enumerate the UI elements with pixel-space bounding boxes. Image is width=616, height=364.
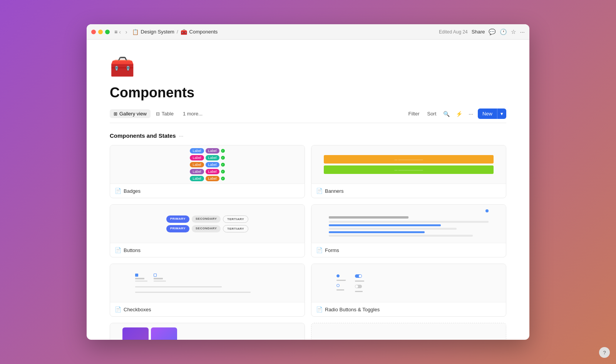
card-radio-preview <box>311 264 506 302</box>
titlebar-right: Edited Aug 24 Share 💬 🕐 ☆ ··· <box>439 28 525 35</box>
badges-visual: Label Label ✓ Label Label ✓ Label Label <box>190 148 224 181</box>
clock-icon[interactable]: 🕐 <box>500 28 507 35</box>
card-checkboxes[interactable]: 📄 Checkboxes <box>110 264 305 317</box>
back-button[interactable]: ‹ <box>117 28 122 36</box>
page-title: Components <box>110 85 506 101</box>
view-toolbar: ⊞ Gallery view ⊟ Table 1 more... Filter … <box>110 109 506 123</box>
more-options-icon[interactable]: ··· <box>520 28 525 35</box>
card-banners-footer: 📄 Banners <box>311 184 506 198</box>
titlebar: ≡ ‹ › 📋 Design System / 🧰 Components Edi… <box>87 24 529 40</box>
share-button[interactable]: Share <box>472 29 485 35</box>
file-icon: 📄 <box>115 188 121 194</box>
card-badges-title: Badges <box>124 188 141 194</box>
gallery-grid: Label Label ✓ Label Label ✓ Label Label <box>110 145 506 340</box>
radio-visual <box>333 271 484 295</box>
breadcrumb: 📋 Design System / 🧰 Components <box>132 29 218 35</box>
card-badges[interactable]: Label Label ✓ Label Label ✓ Label Label <box>110 145 305 198</box>
checkboxes-visual <box>132 270 283 296</box>
card-buttons-preview: PRIMARY SECONDARY TERTIARY PRIMARY SECON… <box>110 205 305 243</box>
nav-arrows: ‹ › <box>117 28 129 36</box>
section-title: Components and States <box>110 132 176 139</box>
table-icon: ⊟ <box>156 111 160 117</box>
file-icon: 📄 <box>115 247 121 253</box>
close-button[interactable] <box>91 30 96 34</box>
card-checkboxes-title: Checkboxes <box>124 307 151 312</box>
card-forms-footer: 📄 Forms <box>311 243 506 257</box>
mini-card-1 <box>122 327 149 340</box>
banner-green: — ———————— <box>324 165 493 174</box>
forward-button[interactable]: › <box>124 28 129 36</box>
tab-more-views[interactable]: 1 more... <box>179 109 206 118</box>
card-radio-buttons[interactable]: 📄 Radio Buttons & Toggles <box>311 264 506 317</box>
card-checkboxes-preview <box>110 264 305 302</box>
page-icon: 🧰 <box>110 55 506 78</box>
fullscreen-button[interactable] <box>105 30 110 34</box>
card-cards-preview <box>110 323 305 340</box>
card-radio-title: Radio Buttons & Toggles <box>325 307 380 312</box>
current-page-name: Components <box>189 29 218 35</box>
new-button-main[interactable]: New <box>478 109 497 119</box>
card-buttons-footer: 📄 Buttons <box>110 243 305 257</box>
file-icon: 📄 <box>115 306 121 312</box>
menu-icon[interactable]: ≡ <box>114 29 117 35</box>
search-button[interactable]: 🔍 <box>442 109 451 119</box>
new-button-group[interactable]: New ▾ <box>478 109 506 119</box>
section-header: Components and States ··· <box>110 132 506 139</box>
parent-page-link[interactable]: Design System <box>141 29 174 35</box>
comments-icon[interactable]: 💬 <box>489 28 496 35</box>
traffic-lights <box>91 30 110 34</box>
page-content: 🧰 Components ⊞ Gallery view ⊟ Table 1 mo… <box>87 40 529 340</box>
tab-table-view[interactable]: ⊟ Table <box>152 109 177 118</box>
mini-card-2 <box>151 327 177 340</box>
card-forms[interactable]: 📄 Forms <box>311 204 506 257</box>
toolbar-actions: Filter Sort 🔍 ⚡ ··· New ▾ <box>406 109 506 119</box>
gallery-icon: ⊞ <box>114 111 117 117</box>
parent-page-icon: 📋 <box>132 29 139 35</box>
new-card-placeholder: + + New <box>315 326 503 340</box>
app-window: ≡ ‹ › 📋 Design System / 🧰 Components Edi… <box>87 24 529 340</box>
edited-timestamp: Edited Aug 24 <box>439 29 468 35</box>
card-badges-footer: 📄 Badges <box>110 184 305 198</box>
card-radio-footer: 📄 Radio Buttons & Toggles <box>311 302 506 316</box>
gallery-tab-label: Gallery view <box>119 111 147 117</box>
file-icon: 📄 <box>316 188 323 194</box>
card-buttons-title: Buttons <box>124 247 141 253</box>
banners-visual: — ———————— — ———————— <box>324 155 493 174</box>
forms-visual <box>329 209 489 238</box>
automations-icon[interactable]: ⚡ <box>454 109 464 119</box>
section-options-icon[interactable]: ··· <box>179 133 184 139</box>
more-views-label: 1 more... <box>183 111 203 117</box>
card-forms-preview <box>311 205 506 243</box>
card-badges-preview: Label Label ✓ Label Label ✓ Label Label <box>110 145 305 184</box>
breadcrumb-separator: / <box>177 29 178 35</box>
cards-visual <box>122 327 292 340</box>
buttons-visual: PRIMARY SECONDARY TERTIARY PRIMARY SECON… <box>166 215 248 232</box>
file-icon: 📄 <box>316 247 323 253</box>
card-banners-title: Banners <box>325 188 343 194</box>
star-icon[interactable]: ☆ <box>511 28 516 35</box>
card-banners[interactable]: — ———————— — ———————— 📄 Banners <box>311 145 506 198</box>
card-new[interactable]: + + New <box>311 323 506 340</box>
banner-orange: — ———————— <box>324 155 493 164</box>
more-toolbar-icon[interactable]: ··· <box>467 109 475 119</box>
card-cards[interactable]: 📄 Cards <box>110 323 305 340</box>
filter-button[interactable]: Filter <box>406 109 422 118</box>
card-buttons[interactable]: PRIMARY SECONDARY TERTIARY PRIMARY SECON… <box>110 204 305 257</box>
current-page-icon: 🧰 <box>181 29 187 35</box>
sort-button[interactable]: Sort <box>425 109 439 118</box>
table-tab-label: Table <box>162 111 174 117</box>
new-card-preview: + + New <box>311 323 506 340</box>
file-icon: 📄 <box>316 306 323 312</box>
minimize-button[interactable] <box>98 30 103 34</box>
new-button-dropdown[interactable]: ▾ <box>497 109 506 119</box>
card-forms-title: Forms <box>325 247 339 253</box>
card-checkboxes-footer: 📄 Checkboxes <box>110 302 305 316</box>
tab-gallery-view[interactable]: ⊞ Gallery view <box>110 109 151 118</box>
card-banners-preview: — ———————— — ———————— <box>311 145 506 184</box>
